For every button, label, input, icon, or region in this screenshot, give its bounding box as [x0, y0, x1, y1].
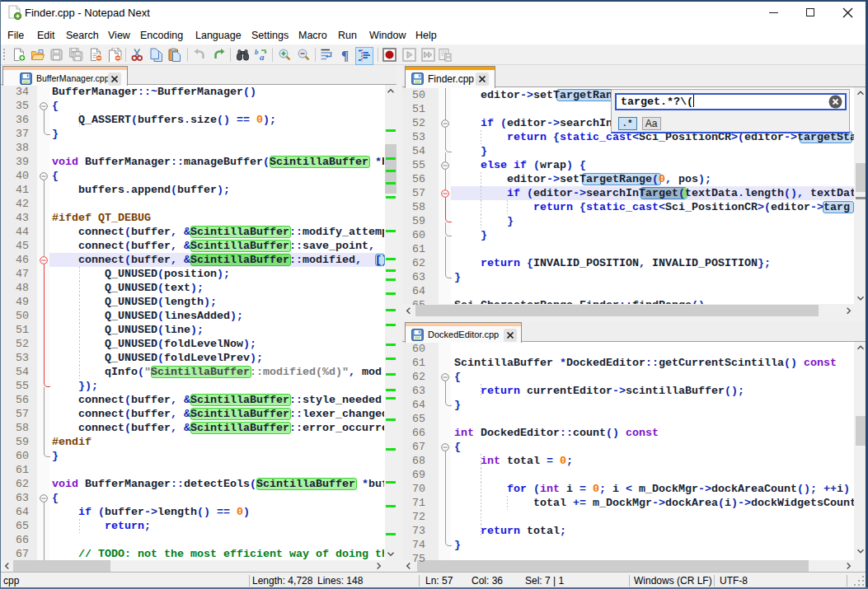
- svg-text:¶: ¶: [341, 48, 349, 62]
- svg-text:b: b: [255, 48, 259, 56]
- svg-text:a: a: [260, 52, 265, 62]
